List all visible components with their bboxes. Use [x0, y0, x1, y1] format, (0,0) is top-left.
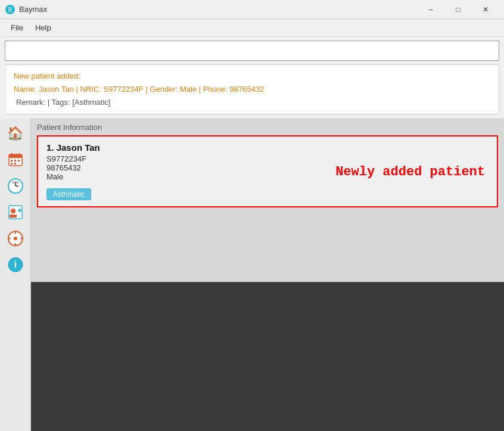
- patient-nric: S9772234F: [46, 154, 489, 163]
- svg-rect-6: [11, 160, 13, 162]
- content-column: Patient Information 1. Jason Tan S977223…: [31, 118, 504, 431]
- sidebar-item-schedule[interactable]: [4, 227, 27, 250]
- sidebar-item-info[interactable]: i: [4, 253, 27, 277]
- remark-text: Remark: | Tags: [Asthmatic]: [16, 98, 110, 107]
- dark-area: [31, 282, 504, 431]
- search-input[interactable]: [8, 46, 496, 55]
- svg-rect-8: [18, 160, 20, 162]
- sidebar: 🏠 24H: [0, 118, 31, 431]
- patient-info-section: Patient Information 1. Jason Tan S977223…: [31, 118, 504, 282]
- maximize-button[interactable]: □: [444, 0, 472, 19]
- sidebar-item-home[interactable]: 🏠: [4, 122, 27, 145]
- app-title: Baymax: [19, 5, 47, 14]
- sidebar-item-calendar[interactable]: [4, 148, 27, 172]
- svg-rect-9: [11, 163, 13, 165]
- svg-text:i: i: [14, 259, 16, 269]
- svg-rect-10: [14, 163, 16, 165]
- minimize-button[interactable]: –: [417, 0, 444, 19]
- main-layout: 🏠 24H: [0, 118, 504, 431]
- patient-fullname: Jason Tan: [57, 142, 100, 153]
- patient-name: 1. Jason Tan: [46, 142, 489, 153]
- svg-rect-3: [9, 154, 22, 158]
- search-bar: [5, 41, 499, 61]
- notification-remark: Remark: | Tags: [Asthmatic]: [16, 96, 491, 109]
- window-controls: – □ ✕: [417, 0, 499, 19]
- section-label: Patient Information: [37, 123, 498, 132]
- menu-help[interactable]: Help: [29, 21, 57, 35]
- asthmatic-tag[interactable]: Asthmatic: [46, 188, 91, 200]
- title-bar: B Baymax – □ ✕: [0, 0, 504, 19]
- notification-area: New patient added: Name: Jason Tan | NRI…: [5, 64, 499, 114]
- svg-point-21: [14, 237, 17, 240]
- patient-index: 1.: [46, 142, 54, 153]
- svg-rect-7: [14, 160, 16, 162]
- notification-title: New patient added:: [14, 70, 491, 83]
- menu-file[interactable]: File: [5, 21, 29, 35]
- svg-text:B: B: [8, 7, 13, 13]
- close-button[interactable]: ✕: [472, 0, 499, 19]
- menu-bar: File Help: [0, 19, 504, 37]
- notification-detail: Name: Jason Tan | NRIC: S9772234F | Gend…: [14, 83, 491, 96]
- svg-point-16: [11, 209, 15, 213]
- sidebar-item-patient[interactable]: [4, 200, 27, 224]
- svg-rect-19: [19, 209, 20, 212]
- app-icon: B: [5, 4, 15, 15]
- svg-rect-17: [10, 215, 17, 218]
- sidebar-item-clock[interactable]: 24H: [4, 174, 27, 198]
- patient-card: 1. Jason Tan S9772234F 98765432 Male Ast…: [37, 135, 498, 207]
- newly-added-label: Newly added patient: [335, 164, 485, 179]
